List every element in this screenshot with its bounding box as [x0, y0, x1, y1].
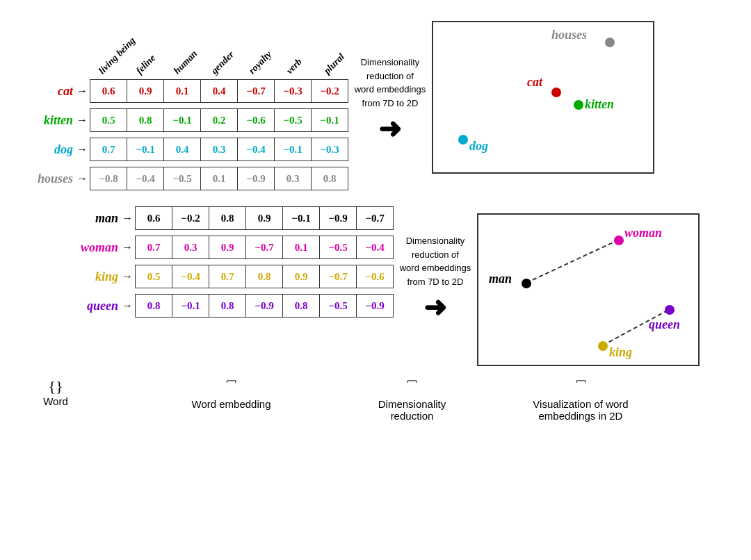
- label-man: man: [489, 272, 512, 286]
- label-houses: houses: [551, 28, 587, 42]
- cell-king-0: 0.5: [135, 265, 172, 288]
- cell-kitten-4: −0.6: [237, 108, 275, 132]
- dot-houses: [605, 38, 615, 47]
- embedding-cat: 0.6 0.9 0.1 0.4 −0.7 −0.3 −0.2: [90, 79, 348, 103]
- bottom-viz-box: woman man queen king: [477, 213, 700, 366]
- word-woman: woman: [66, 240, 122, 255]
- col-header-verb: verb: [284, 56, 305, 76]
- cell-houses-2: −0.5: [163, 167, 201, 190]
- dot-man: [522, 279, 531, 288]
- cell-cat-0: 0.6: [90, 79, 127, 103]
- top-arrow-section: Dimensionalityreduction ofword embedding…: [348, 56, 432, 145]
- label-cat: cat: [527, 75, 542, 90]
- word-houses: houses: [10, 172, 76, 186]
- dot-dog: [458, 135, 468, 145]
- cell-woman-6: −0.4: [356, 236, 394, 259]
- cell-man-6: −0.7: [356, 206, 394, 230]
- cell-man-5: −0.9: [319, 206, 357, 230]
- footer-dimreduction-section: ⎴ Dimensionalityreduction: [369, 379, 455, 422]
- col-header-feline: feline: [134, 53, 158, 76]
- bottom-dim-reduction-text: Dimensionalityreduction ofword embedding…: [400, 234, 471, 288]
- top-viz-box: houses cat kitten dog: [432, 21, 654, 174]
- cell-houses-4: −0.9: [237, 167, 275, 190]
- cell-cat-1: 0.9: [127, 79, 164, 103]
- svg-line-0: [526, 240, 619, 283]
- cell-man-0: 0.6: [135, 206, 172, 230]
- embedding-queen: 0.8 −0.1 0.8 −0.9 0.8 −0.5 −0.9: [136, 294, 394, 318]
- embedding-houses: −0.8 −0.4 −0.5 0.1 −0.9 0.3 0.8: [90, 167, 348, 190]
- cell-kitten-3: 0.2: [200, 108, 238, 132]
- cell-dog-6: −0.3: [311, 138, 348, 161]
- cell-woman-3: −0.7: [245, 236, 283, 259]
- arrow-cat: →: [76, 85, 88, 97]
- cell-king-3: 0.8: [245, 265, 283, 288]
- arrow-man: →: [122, 212, 133, 224]
- cell-dog-3: 0.3: [200, 138, 238, 161]
- cell-woman-5: −0.5: [319, 236, 357, 259]
- embedding-dog: 0.7 −0.1 0.4 0.3 −0.4 −0.1 −0.3: [90, 138, 348, 161]
- footer-viz-label: Visualization of wordembeddings in 2D: [533, 398, 628, 422]
- footer-viz-section: ⎴ Visualization of wordembeddings in 2D: [466, 379, 695, 422]
- cell-king-5: −0.7: [319, 265, 357, 288]
- label-queen: queen: [649, 318, 680, 332]
- cell-kitten-1: 0.8: [127, 108, 164, 132]
- top-dim-reduction-text: Dimensionalityreduction ofword embedding…: [355, 56, 426, 110]
- cell-cat-6: −0.2: [311, 79, 348, 103]
- cell-kitten-2: −0.1: [163, 108, 201, 132]
- cell-cat-3: 0.4: [200, 79, 238, 103]
- word-cat: cat: [10, 84, 76, 99]
- row-kitten: kitten → 0.5 0.8 −0.1 0.2 −0.6 −0.5 −0.1: [10, 108, 348, 132]
- footer: {} Word ⎴ Word embedding ⎴ Dimensionalit…: [10, 379, 748, 422]
- cell-queen-1: −0.1: [172, 294, 209, 318]
- row-woman: woman → 0.7 0.3 0.9 −0.7 0.1 −0.5 −0.4: [66, 236, 394, 259]
- cell-dog-5: −0.1: [274, 138, 312, 161]
- cell-houses-6: 0.8: [311, 167, 348, 190]
- cell-houses-0: −0.8: [90, 167, 127, 190]
- footer-word-brace: {}: [48, 379, 63, 394]
- cell-queen-3: −0.9: [245, 294, 283, 318]
- arrow-kitten: →: [76, 114, 88, 126]
- cell-man-1: −0.2: [172, 206, 209, 230]
- cell-man-4: −0.1: [282, 206, 320, 230]
- embedding-woman: 0.7 0.3 0.9 −0.7 0.1 −0.5 −0.4: [136, 236, 394, 259]
- dot-kitten: [574, 100, 583, 110]
- row-cat: cat → 0.6 0.9 0.1 0.4 −0.7 −0.3 −0.2: [10, 79, 348, 103]
- footer-viz-brace: ⎴: [469, 379, 692, 397]
- label-king: king: [609, 345, 632, 360]
- footer-word-section: {} Word: [14, 379, 97, 407]
- word-man: man: [66, 211, 122, 226]
- footer-embedding-section: ⎴ Word embedding: [97, 379, 365, 410]
- cell-woman-2: 0.9: [209, 236, 246, 259]
- main-container: living being feline human gender royalty…: [0, 0, 751, 560]
- embedding-king: 0.5 −0.4 0.7 0.8 0.9 −0.7 −0.6: [136, 265, 394, 288]
- cell-kitten-0: 0.5: [90, 108, 127, 132]
- word-queen: queen: [66, 299, 122, 313]
- dot-woman: [614, 236, 624, 245]
- cell-queen-4: 0.8: [282, 294, 320, 318]
- column-headers: living being feline human gender royalty…: [86, 14, 348, 76]
- bottom-section: man → 0.6 −0.2 0.8 0.9 −0.1 −0.9 −0.7 wo…: [10, 206, 741, 366]
- row-houses: houses → −0.8 −0.4 −0.5 0.1 −0.9 0.3 0.8: [10, 167, 348, 190]
- row-man: man → 0.6 −0.2 0.8 0.9 −0.1 −0.9 −0.7: [66, 206, 394, 230]
- cell-woman-0: 0.7: [135, 236, 172, 259]
- cell-queen-6: −0.9: [356, 294, 394, 318]
- arrow-woman: →: [122, 241, 133, 254]
- dashed-lines-svg: [478, 215, 701, 368]
- cell-woman-4: 0.1: [282, 236, 320, 259]
- cell-man-3: 0.9: [245, 206, 283, 230]
- cell-cat-2: 0.1: [163, 79, 201, 103]
- cell-dog-2: 0.4: [163, 138, 201, 161]
- dot-cat: [551, 88, 561, 97]
- embedding-kitten: 0.5 0.8 −0.1 0.2 −0.6 −0.5 −0.1: [90, 108, 348, 132]
- label-kitten: kitten: [585, 97, 614, 112]
- footer-embedding-brace: ⎴: [101, 379, 362, 397]
- footer-dimreduction-brace: ⎴: [372, 379, 452, 397]
- col-header-plural: plural: [322, 51, 347, 76]
- arrow-houses: →: [76, 172, 88, 185]
- top-section: living being feline human gender royalty…: [10, 14, 741, 196]
- cell-queen-5: −0.5: [319, 294, 357, 318]
- cell-cat-5: −0.3: [274, 79, 312, 103]
- footer-dimreduction-label: Dimensionalityreduction: [378, 398, 446, 422]
- dot-king: [598, 341, 608, 351]
- label-dog: dog: [469, 139, 488, 154]
